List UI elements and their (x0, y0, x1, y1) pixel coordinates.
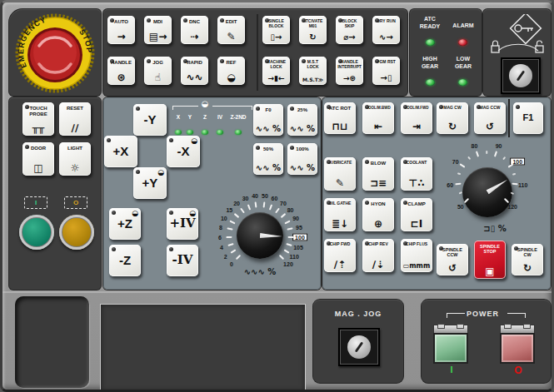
dial-label: 30 (242, 196, 249, 201)
keyswitch-barrel[interactable] (509, 64, 532, 87)
spindle-override-knob[interactable] (462, 167, 512, 217)
key-led (403, 105, 407, 109)
key-light[interactable]: LIGHT☼ (59, 142, 91, 176)
jog-key-minus-z[interactable]: -Z (109, 245, 141, 276)
power-on-button[interactable] (433, 325, 468, 364)
key-led (256, 146, 260, 150)
key-led (25, 105, 29, 109)
power-on-face[interactable] (433, 333, 468, 364)
mode-keyswitch[interactable] (501, 57, 541, 94)
key-dnc[interactable]: DNC⇢ (181, 16, 208, 44)
handle-interrupt-icon: →⊛ (343, 75, 356, 82)
key-handle-interrupt[interactable]: HANDLE INTERRUPT→⊛ (336, 57, 363, 85)
jog-key-minus-x[interactable]: ◒-X (167, 136, 200, 167)
reference-point-icon: ◒ (191, 136, 197, 145)
key-chip-flush[interactable]: CHIP FLUS▭mmm (401, 239, 432, 272)
key-oil-gather[interactable]: OIL GATHE≣↓ (324, 198, 356, 231)
key-rapid[interactable]: RAPID∿∿ (181, 57, 208, 85)
key-lubricate[interactable]: LUBRICATE✎ (324, 157, 356, 191)
key-door[interactable]: DOOR◫ (22, 142, 54, 176)
jog-key-plus-y[interactable]: ◒+Y (133, 167, 167, 199)
key-auto[interactable]: AUTO→ (107, 16, 135, 44)
key-mst-lock[interactable]: M.S.T LOCKM.S.T≫ (299, 57, 327, 85)
key-rapid-50[interactable]: 50%∿∿ % (253, 143, 283, 175)
green-pushbutton[interactable] (19, 215, 54, 250)
key-f1[interactable]: F1 (513, 102, 543, 134)
keyswitch-barrel[interactable] (347, 335, 371, 359)
key-coolant[interactable]: COOLANT⊤∴ (401, 157, 432, 191)
amber-pushbutton[interactable] (59, 215, 94, 250)
key-rapid-f0[interactable]: F0∿∿ % (253, 104, 283, 136)
high-gear-label: HIGH GEAR (413, 56, 447, 71)
key-tool-mag-fwd[interactable]: TOOL/M.FWD⇥ (401, 102, 432, 134)
power-on-symbol: I (447, 365, 456, 375)
key-led (169, 138, 173, 142)
dial-tick (269, 204, 272, 210)
key-dry-run[interactable]: DRY RUN∿→ (372, 16, 400, 44)
power-panel: POWER I O (422, 300, 551, 383)
low-gear-led (458, 79, 467, 86)
key-spindle-ccw[interactable]: SPINDLE CCW↺ (437, 244, 468, 275)
dial-tick (285, 220, 291, 224)
hand-icon: ☝ (155, 72, 161, 82)
key-reset[interactable]: RESET∕∕ (59, 102, 91, 136)
dial-label: 110 (518, 181, 527, 187)
key-led (220, 18, 224, 22)
key-mag-cw[interactable]: MAG CW↻ (437, 102, 468, 134)
key-block-skip[interactable]: BLOCK SKIP⌀→ (336, 16, 363, 44)
mag-jog-keyswitch[interactable] (338, 328, 380, 366)
key-led (403, 160, 407, 164)
emergency-stop-button[interactable]: EMERGENCY STOP (9, 9, 101, 96)
dial-label: 100 (292, 233, 307, 241)
dial-label: 80 (472, 143, 478, 149)
key-edit[interactable]: EDIT✎ (217, 16, 245, 44)
key-hyon[interactable]: HYON⊕ (362, 198, 394, 231)
key-pgm-rst[interactable]: PGM RST→▯ (372, 57, 400, 85)
key-clamp[interactable]: CLAMP⊏I (401, 198, 432, 231)
key-jog[interactable]: JOG☝ (144, 57, 172, 85)
power-off-button[interactable] (500, 325, 535, 364)
alarm-led (458, 39, 467, 46)
key-spindle-cw[interactable]: SPINDLE CW↻ (512, 244, 543, 275)
key-chip-rev[interactable]: CHIP REV∕⇣ (362, 239, 394, 272)
low-gear-label: LOW GEAR (447, 56, 480, 71)
key-led (112, 247, 116, 251)
key-mag-ccw[interactable]: MAG CCW↺ (474, 102, 506, 134)
key-led (290, 107, 294, 111)
key-led (147, 18, 151, 22)
jog-key-plus-x[interactable]: +X (104, 136, 137, 167)
power-off-face[interactable] (500, 333, 535, 364)
power-label: POWER (467, 310, 499, 318)
key-rapid-25[interactable]: 25%∿∿ % (287, 104, 317, 136)
key-rapid-100[interactable]: 100%∿∿ % (287, 143, 317, 175)
key-handle[interactable]: HANDLE⊛ (107, 57, 135, 85)
lamp-icon: ☼ (71, 163, 80, 173)
axis-label-z2nd: Z-2ND (230, 114, 246, 120)
key-atc-rot[interactable]: ATC ROT⊓⊔ (324, 102, 356, 134)
dial-tick (227, 228, 232, 231)
reset-slashes-icon: ∕∕ (72, 123, 79, 133)
key-led (365, 241, 369, 246)
key-blow[interactable]: BLOW⊐≡ (362, 157, 394, 191)
jog-key-plus-iv[interactable]: ◒+IV (167, 208, 198, 240)
key-mdi[interactable]: MDI▤→ (144, 16, 172, 44)
key-chip-fwd[interactable]: CHIP FWD∕⇡ (324, 239, 356, 272)
key-activate-m01[interactable]: ATCIVATE M01↻ (299, 16, 327, 44)
jog-key-minus-y[interactable]: -Y (133, 104, 167, 136)
key-led (107, 138, 111, 142)
jog-key-minus-iv[interactable]: -IV (167, 245, 198, 276)
atc-rotate-icon: ⊓⊔ (332, 122, 347, 131)
dial-label: 90 (496, 143, 502, 149)
jog-key-plus-z[interactable]: ◒+Z (109, 208, 141, 240)
key-tool-mag-bwd[interactable]: TOOL/M.BWD⇤ (362, 102, 394, 134)
key-machine-lock[interactable]: MACHINE LOCK→▮← (262, 57, 290, 85)
key-ref[interactable]: REF◒ (217, 57, 245, 85)
frame-seam (2, 291, 552, 293)
dial-tick (262, 202, 265, 208)
key-touch-probe[interactable]: TOUCH PROBE╥╥ (22, 102, 54, 136)
feed-override-knob[interactable] (237, 212, 283, 259)
key-spindle-stop[interactable]: SPINDLE STOP▣ (474, 241, 506, 279)
dial-tick (467, 156, 471, 160)
key-single-block[interactable]: SINGLE BLOCK▯→ (262, 16, 290, 44)
atc-ready-label: ATC READY (413, 16, 447, 31)
